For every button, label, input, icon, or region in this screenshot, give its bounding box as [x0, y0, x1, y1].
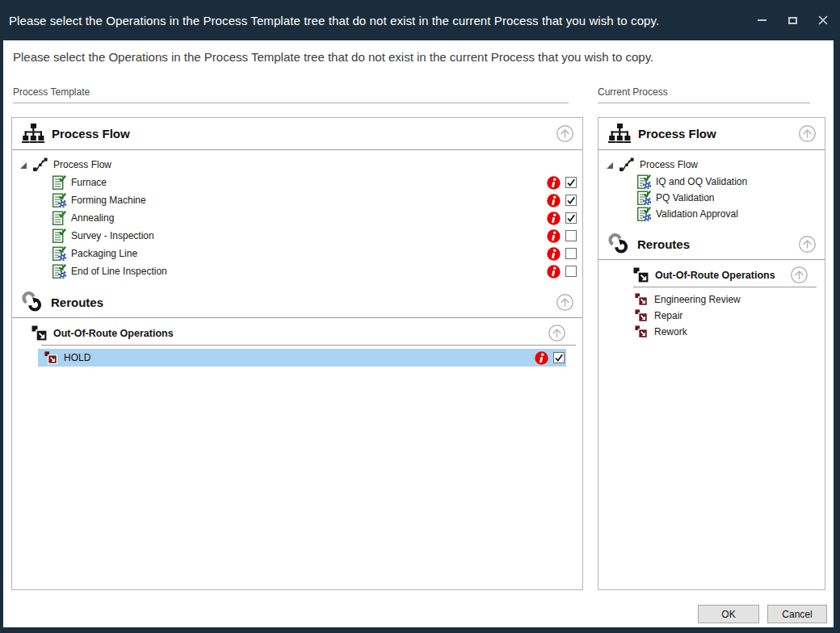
tree-item-validation-approval[interactable]: Validation Approval [598, 206, 825, 222]
tree-item-label: Engineering Review [654, 294, 741, 305]
section-title: Process Flow [638, 127, 716, 140]
collapse-up-icon[interactable] [790, 266, 808, 284]
tree-item-iq-oq-validation[interactable]: IQ and OQ Validation [598, 174, 825, 190]
tree-item-label: Survey - Inspection [71, 230, 547, 241]
out-of-route-icon [633, 267, 649, 283]
separator [633, 287, 817, 287]
collapse-up-icon[interactable] [556, 293, 574, 312]
collapse-up-icon[interactable] [798, 124, 817, 143]
expander-icon[interactable] [606, 161, 614, 169]
operation-doc-icon [52, 246, 66, 261]
info-icon [547, 265, 561, 279]
subheader-label: Out-Of-Route Operations [53, 328, 548, 339]
reroutes-section-header: Reroutes [598, 229, 825, 260]
tree-item-end-of-line-inspection[interactable]: End of Line Inspection [12, 262, 582, 280]
instruction-text: Please select the Operations in the Proc… [13, 50, 653, 64]
tree-item-label: Repair [654, 310, 682, 321]
process-flow-section-header: Process Flow [598, 118, 825, 150]
info-icon [547, 176, 561, 190]
out-of-route-operation-icon [44, 351, 57, 364]
out-of-route-operation-icon [635, 309, 648, 322]
tree-item-label: Furnace [71, 177, 547, 188]
out-of-route-operation-icon [635, 325, 648, 338]
tree-item-pq-validation[interactable]: PQ Validation [598, 190, 825, 206]
checkbox[interactable] [565, 230, 577, 241]
title-bar: Please select the Operations in the Proc… [0, 0, 840, 40]
tree-root-process-flow[interactable]: Process Flow [12, 156, 582, 174]
dialog-content: Please select the Operations in the Proc… [3, 40, 834, 627]
checkbox[interactable] [565, 212, 577, 224]
collapse-up-icon[interactable] [556, 124, 574, 143]
tree-item-rework[interactable]: Rework [598, 324, 825, 340]
tree-root-process-flow[interactable]: Process Flow [598, 156, 825, 174]
tree-item-annealing[interactable]: Annealing [12, 209, 582, 227]
dialog-window: Please select the Operations in the Proc… [0, 0, 840, 633]
tree-item-label: Annealing [71, 212, 547, 224]
operation-doc-icon [52, 228, 66, 243]
tree-item-label: Forming Machine [71, 195, 547, 206]
cancel-button[interactable]: Cancel [767, 605, 827, 623]
flow-route-icon [33, 157, 48, 172]
operation-doc-icon [52, 193, 66, 208]
reroutes-icon [22, 291, 44, 313]
subheader-label: Out-Of-Route Operations [655, 270, 790, 281]
process-flow-icon [22, 124, 44, 144]
tree-item-engineering-review[interactable]: Engineering Review [598, 291, 825, 308]
process-flow-tree: Process Flow IQ and OQ Validation PQ Val… [598, 150, 825, 222]
collapse-up-icon[interactable] [548, 324, 566, 342]
process-flow-icon [608, 124, 631, 144]
section-title: Process Flow [52, 127, 130, 140]
separator [41, 345, 576, 346]
out-of-route-operation-icon [635, 293, 648, 306]
tree-root-label: Process Flow [640, 159, 698, 170]
flow-route-icon [620, 157, 634, 172]
operation-doc-icon [52, 264, 66, 279]
checkbox[interactable] [565, 248, 577, 259]
collapse-up-icon[interactable] [798, 235, 817, 254]
tree-item-furnace[interactable]: Furnace [12, 174, 582, 191]
checkbox[interactable] [553, 352, 565, 363]
ok-button[interactable]: OK [698, 605, 759, 623]
operation-doc-icon [637, 207, 651, 221]
out-of-route-icon [32, 325, 48, 342]
reroutes-section-header: Reroutes [12, 287, 582, 318]
tree-item-forming-machine[interactable]: Forming Machine [12, 191, 582, 209]
checkbox[interactable] [565, 266, 577, 277]
info-icon [547, 212, 561, 225]
reroutes-icon [608, 233, 630, 255]
operation-doc-icon [52, 175, 66, 190]
tree-item-label: IQ and OQ Validation [656, 176, 747, 187]
tree-item-label: Packaging Line [71, 248, 547, 259]
tree-item-label: End of Line Inspection [71, 266, 547, 277]
process-template-label: Process Template [13, 86, 569, 103]
tree-item-survey-inspection[interactable]: Survey - Inspection [12, 227, 582, 245]
tree-item-packaging-line[interactable]: Packaging Line [12, 245, 582, 262]
tree-item-label: Rework [654, 326, 687, 337]
operation-doc-icon [637, 174, 651, 189]
tree-item-repair[interactable]: Repair [598, 308, 825, 324]
out-of-route-subheader: Out-Of-Route Operations [12, 321, 582, 345]
window-controls [756, 15, 829, 26]
info-icon [535, 351, 548, 365]
close-icon [818, 15, 828, 25]
maximize-button[interactable] [787, 15, 798, 26]
tree-item-label: Validation Approval [656, 208, 738, 220]
operation-doc-icon [52, 211, 66, 225]
close-button[interactable] [817, 15, 829, 26]
process-template-panel: Process Flow Process Flow Furnace [11, 117, 583, 590]
operation-doc-icon [637, 191, 651, 205]
section-title: Reroutes [51, 296, 103, 309]
process-flow-tree: Process Flow Furnace Forming Machine A [12, 150, 582, 280]
out-of-route-subheader: Out-Of-Route Operations [598, 263, 825, 287]
checkbox[interactable] [565, 177, 577, 188]
tree-item-hold[interactable]: HOLD [38, 349, 566, 367]
process-flow-section-header: Process Flow [12, 118, 582, 150]
info-icon [547, 194, 561, 208]
tree-item-label: PQ Validation [656, 192, 715, 203]
expander-icon[interactable] [19, 161, 27, 169]
tree-item-label: HOLD [64, 352, 535, 363]
minimize-button[interactable] [756, 15, 767, 26]
tree-root-label: Process Flow [53, 159, 111, 170]
current-process-panel: Process Flow Process Flow IQ and OQ Vali… [598, 117, 825, 590]
checkbox[interactable] [565, 195, 577, 206]
